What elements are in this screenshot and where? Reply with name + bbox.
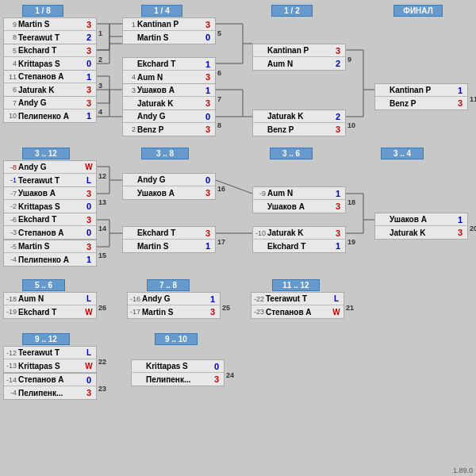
label-1112: 11 .. 12 [272,279,320,291]
match-16: Andy G 0 Ушаков А 3 [122,173,216,200]
label-910: 9 .. 10 [155,333,198,345]
label-912: 9 .. 12 [22,333,70,345]
match-4: 7 Andy G 3 10 Пелипенко А 1 [3,96,97,123]
match-2: 5 Ekchard T 3 4 Krittapas S 0 [3,44,97,71]
match-3: 11 Степанов А 1 6 Jaturak K 3 [3,70,97,97]
match-6: Ekchard T 1 4 Aum N 3 [122,57,216,84]
match-num-23: 23 [98,385,106,393]
match-num-10: 10 [347,121,355,129]
match-num-6: 6 [217,69,221,77]
match-num-13: 13 [98,198,106,206]
match-num-1: 1 [98,29,102,37]
match-20: Ушаков А 1 Jaturak K 3 [374,213,468,240]
match-num-18: 18 [347,198,355,206]
match-num-14: 14 [98,225,106,232]
match-13: -7 Ушаков А 3 -2 Krittapas S 0 [3,186,97,213]
match-num-16: 16 [217,185,225,193]
version-label: 1.89.0 [453,466,473,474]
match-num-11: 11 [470,95,476,103]
label-quarter: 1 / 4 [141,5,182,17]
bracket-container: 1 / 8 1 / 4 1 / 2 ФИНАЛ 9 Martin S 3 8 T… [0,0,476,476]
match-24: Krittapas S 0 Пелипенк... 3 [131,359,225,386]
match-num-21: 21 [346,304,354,312]
match-num-7: 7 [217,95,221,103]
match-18: -9 Aum N 1 Ушаков А 3 [252,186,346,213]
match-21: -22 Teerawut T L -23 Степанов А W [251,292,344,319]
match-num-8: 8 [217,121,221,129]
match-25: -16 Andy G 1 -17 Martin S 3 [127,292,221,319]
match-12: -8 Andy G W -1 Teerawut T L [3,160,97,187]
match-num-15: 15 [98,251,106,259]
label-l4: 3 .. 8 [141,148,189,159]
match-num-20: 20 [470,225,476,232]
match-14: -6 Ekchard T 3 -3 Степанов А 0 [3,213,97,240]
match-num-26: 26 [98,304,106,312]
match-9: Kantinan P 3 Aum N 2 [252,44,346,71]
label-eighth: 1 / 8 [22,5,63,17]
match-num-3: 3 [98,82,102,90]
label-l8: 3 .. 12 [22,148,70,159]
match-num-2: 2 [98,56,102,63]
match-10: Jaturak K 2 Benz P 3 [252,109,346,136]
match-19: -10 Jaturak K 3 Ekchard T 1 [252,226,346,253]
match-8: Andy G 0 2 Benz P 3 [122,109,216,136]
match-26: -18 Aum N L -19 Ekchard T W [3,292,97,319]
match-num-4: 4 [98,108,102,116]
match-5: 1 Kantinan P 3 Martin S 0 [122,17,216,44]
label-semi: 1 / 2 [271,5,313,17]
match-11: Kantinan P 1 Benz P 3 [374,83,468,110]
match-num-17: 17 [217,238,225,246]
match-22: -12 Teerawut T L -13 Krittapas S W [3,346,97,373]
label-l1: 3 .. 4 [381,148,424,159]
match-23: -14 Степанов А 0 -4 Пелипенк... 3 [3,373,97,400]
match-17: Ekchard T 3 Martin S 1 [122,226,216,253]
match-num-5: 5 [217,29,221,37]
match-num-24: 24 [226,371,234,379]
label-final: ФИНАЛ [393,5,443,17]
match-num-12: 12 [98,172,106,180]
match-num-19: 19 [347,238,355,246]
match-num-22: 22 [98,358,106,366]
match-15: -5 Martin S 3 -4 Пелипенко А 1 [3,240,97,267]
label-l2: 3 .. 6 [270,148,313,159]
match-num-9: 9 [347,56,351,63]
label-78: 7 .. 8 [147,279,190,291]
label-56: 5 .. 6 [22,279,65,291]
match-1: 9 Martin S 3 8 Teerawut T 2 [3,17,97,44]
match-7: 3 Ушаков А 1 Jaturak K 3 [122,83,216,110]
match-num-25: 25 [222,304,230,312]
